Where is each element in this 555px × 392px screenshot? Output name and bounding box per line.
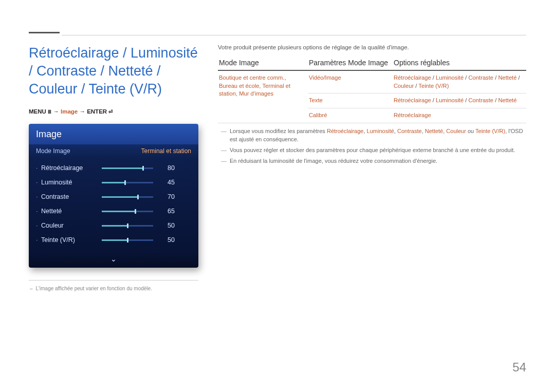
device-subheader[interactable]: Mode Image Terminal et station bbox=[29, 144, 198, 158]
device-sub-label: Mode Image bbox=[36, 147, 70, 155]
cell-options: Rétroéclairage bbox=[393, 108, 526, 123]
menu-icon: Ⅲ bbox=[48, 109, 51, 115]
slider-label: Luminosité bbox=[41, 179, 102, 186]
th-param: Paramètres Mode Image bbox=[308, 59, 393, 70]
arrow-icon: → bbox=[53, 108, 61, 115]
arrow-icon: → bbox=[79, 108, 87, 115]
header-rule-long bbox=[62, 35, 526, 35]
chevron-down-icon[interactable]: ⌄ bbox=[110, 255, 117, 263]
slider-value: 70 bbox=[159, 193, 175, 200]
footnote-text: L'image affichée peut varier en fonction… bbox=[36, 286, 152, 291]
slider-label: Netteté bbox=[41, 208, 102, 215]
device-row[interactable]: ·Couleur50 bbox=[36, 218, 191, 233]
bullet-icon: · bbox=[36, 193, 41, 200]
bullet-icon: · bbox=[36, 164, 41, 172]
bullet-icon: · bbox=[36, 179, 41, 186]
menu-path: MENU Ⅲ → Image → ENTER ⏎ bbox=[29, 108, 198, 115]
options-table: Mode Image Paramètres Mode Image Options… bbox=[218, 59, 526, 123]
note-item: Vous pouvez régler et stocker des paramè… bbox=[221, 146, 526, 155]
th-mode: Mode Image bbox=[218, 59, 308, 70]
slider-track[interactable] bbox=[102, 225, 153, 227]
cell-param: Vidéo/Image bbox=[308, 70, 393, 94]
menu-enter: ENTER bbox=[87, 108, 107, 115]
device-row[interactable]: ·Luminosité45 bbox=[36, 175, 191, 190]
device-title: Image bbox=[29, 124, 198, 144]
menu-text: MENU bbox=[29, 108, 46, 115]
bullet-icon: · bbox=[36, 236, 41, 244]
device-row[interactable]: ·Teinte (V/R)50 bbox=[36, 233, 191, 247]
note-item: En réduisant la luminosité de l'image, v… bbox=[221, 157, 526, 165]
device-sub-value: Terminal et station bbox=[141, 147, 191, 155]
device-row[interactable]: ·Contraste70 bbox=[36, 190, 191, 204]
slider-track[interactable] bbox=[102, 211, 153, 212]
bullet-icon: · bbox=[36, 208, 41, 215]
slider-value: 45 bbox=[159, 179, 175, 186]
device-row[interactable]: ·Netteté65 bbox=[36, 204, 191, 218]
slider-label: Rétroéclairage bbox=[41, 164, 102, 172]
slider-value: 65 bbox=[159, 208, 175, 215]
cell-options: Rétroéclairage / Luminosité / Contraste … bbox=[393, 94, 526, 108]
note-item: Lorsque vous modifiez les paramètres Rét… bbox=[221, 127, 526, 144]
slider-label: Couleur bbox=[41, 222, 102, 229]
slider-track[interactable] bbox=[102, 167, 153, 169]
device-preview: Image Mode Image Terminal et station ·Ré… bbox=[29, 124, 198, 268]
cell-param: Texte bbox=[308, 94, 393, 108]
slider-value: 50 bbox=[159, 222, 175, 229]
page-title: Rétroéclairage / Luminosité / Contraste … bbox=[29, 44, 198, 98]
bullet-icon: · bbox=[36, 222, 41, 229]
footnote: L'image affichée peut varier en fonction… bbox=[29, 281, 198, 291]
slider-label: Contraste bbox=[41, 193, 102, 200]
slider-track[interactable] bbox=[102, 182, 153, 183]
menu-image: Image bbox=[61, 108, 78, 115]
cell-options: Rétroéclairage / Luminosité / Contraste … bbox=[393, 70, 526, 94]
slider-track[interactable] bbox=[102, 196, 153, 198]
slider-track[interactable] bbox=[102, 239, 153, 241]
device-row[interactable]: ·Rétroéclairage80 bbox=[36, 161, 191, 175]
cell-mode: Boutique et centre comm., Bureau et écol… bbox=[218, 70, 308, 123]
slider-label: Teinte (V/R) bbox=[41, 236, 102, 244]
page-number: 54 bbox=[512, 360, 526, 375]
slider-value: 80 bbox=[159, 164, 175, 172]
intro-text: Votre produit présente plusieurs options… bbox=[218, 44, 526, 50]
cell-param: Calibré bbox=[308, 108, 393, 123]
notes-list: Lorsque vous modifiez les paramètres Rét… bbox=[218, 127, 526, 165]
header-rule-short bbox=[29, 32, 60, 33]
table-row: Boutique et centre comm., Bureau et écol… bbox=[218, 70, 526, 94]
th-opt: Options réglables bbox=[393, 59, 526, 70]
slider-value: 50 bbox=[159, 236, 175, 244]
enter-icon: ⏎ bbox=[108, 109, 113, 115]
